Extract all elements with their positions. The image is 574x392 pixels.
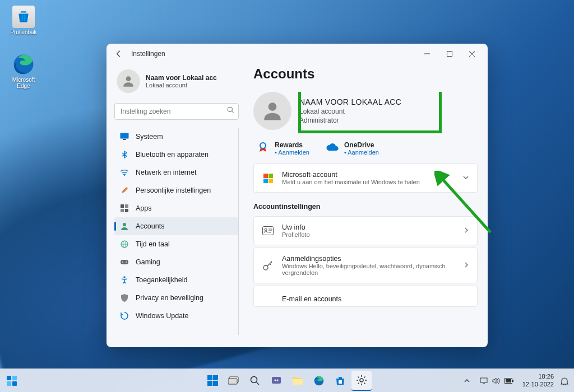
account-name: NAAM VOOR LOKAAL ACC	[299, 97, 401, 106]
nav-gaming[interactable]: Gaming	[114, 253, 238, 271]
nav-privacy[interactable]: Privacy en beveiliging	[114, 289, 238, 307]
card-title: E-mail en accounts	[282, 295, 469, 303]
nav-network[interactable]: Netwerk en internet	[114, 164, 238, 181]
nav-apps[interactable]: Apps	[114, 199, 238, 217]
nav-label: Netwerk en internet	[136, 169, 196, 176]
svg-point-18	[122, 262, 123, 263]
svg-point-25	[263, 265, 268, 270]
person-icon	[120, 222, 129, 231]
time: 18:26	[522, 373, 554, 380]
chevron-up-icon	[464, 379, 470, 383]
notifications-button[interactable]	[558, 375, 571, 387]
widgets-button[interactable]	[2, 371, 21, 390]
battery-icon	[504, 378, 513, 384]
svg-line-34	[257, 382, 260, 385]
nav-label: Tijd en taal	[136, 240, 170, 248]
avatar-icon	[117, 69, 140, 93]
account-role: Administrator	[299, 116, 401, 124]
recycle-bin-icon	[12, 6, 35, 28]
gamepad-icon	[120, 258, 129, 267]
nav-windows-update[interactable]: Windows Update	[114, 307, 238, 325]
card-sub: Windows Hello, beveiligingssleutel, wach…	[282, 263, 456, 276]
nav-time-language[interactable]: Tijd en taal	[114, 235, 238, 253]
rewards-icon	[257, 141, 269, 153]
brush-icon	[120, 186, 129, 195]
svg-rect-27	[7, 376, 11, 380]
clock[interactable]: 18:26 12-10-2022	[519, 373, 557, 388]
shortcut-onedrive[interactable]: OneDrive Aanmelden	[326, 141, 379, 156]
shortcut-title: OneDrive	[344, 141, 379, 149]
explorer-button[interactable]	[288, 371, 308, 391]
nav-label: Persoonlijke instellingen	[136, 186, 211, 194]
nav-label: Toegankelijkheid	[136, 276, 187, 284]
key-icon	[262, 259, 274, 272]
svg-rect-6	[121, 133, 129, 139]
shield-icon	[120, 293, 129, 302]
system-tray[interactable]	[475, 377, 518, 385]
svg-rect-12	[125, 209, 128, 212]
chevron-right-icon	[464, 262, 469, 270]
card-signin-options[interactable]: Aanmeldingsopties Windows Hello, beveili…	[253, 248, 478, 283]
svg-point-36	[275, 379, 276, 381]
nav-accounts[interactable]: Accounts	[114, 217, 238, 235]
svg-rect-17	[121, 260, 128, 264]
desktop-icon-edge[interactable]: Microsoft Edge	[7, 53, 40, 89]
svg-point-3	[126, 76, 131, 81]
svg-rect-35	[272, 377, 281, 384]
shortcut-sub: Aanmelden	[344, 149, 379, 156]
update-icon	[120, 311, 129, 320]
back-button[interactable]	[111, 46, 127, 62]
nav-system[interactable]: Systeem	[114, 128, 238, 146]
svg-point-20	[123, 276, 126, 278]
card-title: Microsoft-account	[282, 171, 455, 179]
start-button[interactable]	[202, 371, 223, 391]
maximize-button[interactable]	[438, 45, 461, 63]
close-button[interactable]	[461, 45, 483, 63]
edge-button[interactable]	[309, 371, 329, 391]
svg-point-19	[126, 262, 127, 263]
nav-label: Bluetooth en apparaten	[136, 151, 209, 158]
svg-point-24	[265, 228, 267, 231]
sidebar: Naam voor Lokaal acc Lokaal account Syst…	[107, 64, 247, 347]
edge-icon	[12, 53, 35, 76]
desktop-icon-recycle-bin[interactable]: Prullenbak	[7, 6, 40, 35]
card-your-info[interactable]: Uw info Profielfoto	[253, 216, 478, 245]
search-icon	[227, 106, 234, 115]
sidebar-user[interactable]: Naam voor Lokaal acc Lokaal account	[114, 64, 239, 103]
svg-point-4	[228, 107, 232, 111]
svg-rect-7	[123, 139, 126, 140]
onedrive-icon	[326, 141, 339, 153]
nav-bluetooth[interactable]: Bluetooth en apparaten	[114, 146, 238, 164]
page-title: Accounts	[253, 66, 478, 82]
search-input[interactable]	[114, 103, 239, 120]
shortcut-sub: Aanmelden	[275, 149, 309, 156]
system-icon	[120, 132, 129, 141]
chevron-down-icon	[462, 174, 469, 183]
search-button[interactable]	[245, 371, 265, 391]
card-title: Aanmeldingsopties	[282, 255, 456, 263]
svg-rect-30	[12, 381, 17, 386]
shortcut-rewards[interactable]: Rewards Aanmelden	[257, 141, 309, 156]
svg-point-21	[269, 102, 277, 111]
card-microsoft-account[interactable]: Microsoft-account Meld u aan om het maxi…	[253, 164, 478, 193]
desktop-icon-label: Microsoft Edge	[7, 77, 40, 89]
tray-expand[interactable]	[460, 379, 474, 383]
nav-label: Windows Update	[136, 312, 189, 320]
microsoft-icon	[262, 172, 274, 184]
settings-window: Instellingen Naam voor Lokaal acc Lokaal…	[107, 44, 488, 347]
accessibility-icon	[120, 276, 129, 284]
chevron-right-icon	[464, 227, 469, 235]
store-button[interactable]	[330, 371, 350, 391]
svg-rect-28	[12, 376, 17, 380]
svg-rect-38	[293, 379, 303, 385]
chat-button[interactable]	[266, 371, 286, 391]
content-area: Accounts NAAM VOOR LOKAAL ACC Lokaal acc…	[247, 64, 488, 347]
taskview-button[interactable]	[224, 371, 244, 391]
card-email-accounts[interactable]: E-mail en accounts	[253, 286, 478, 307]
svg-point-33	[251, 376, 257, 382]
minimize-button[interactable]	[416, 45, 438, 63]
nav-personalization[interactable]: Persoonlijke instellingen	[114, 181, 238, 199]
nav-accessibility[interactable]: Toegankelijkheid	[114, 271, 238, 289]
svg-rect-46	[506, 379, 511, 382]
settings-button[interactable]	[351, 371, 372, 391]
